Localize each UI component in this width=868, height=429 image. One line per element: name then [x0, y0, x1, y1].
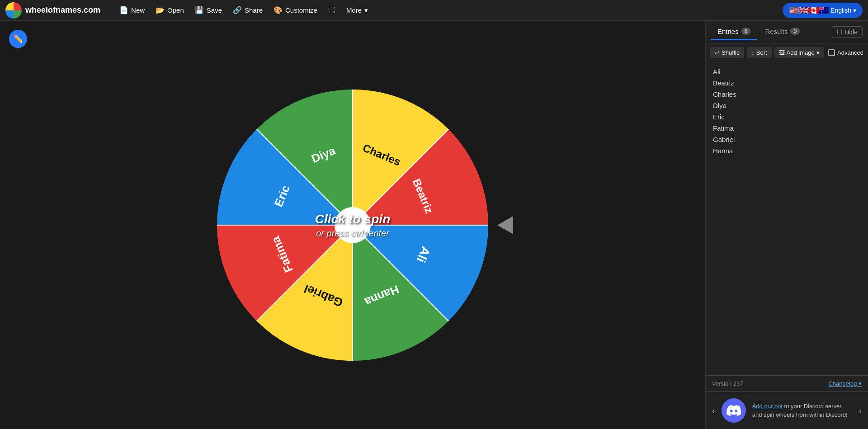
entries-count-badge: 8 — [741, 28, 751, 35]
discord-next-button[interactable]: › — [859, 405, 862, 416]
flag-icons: 🇺🇸🇬🇧🇨🇦🇦🇺 — [789, 5, 829, 15]
advanced-checkbox-label[interactable]: Advanced — [828, 49, 863, 56]
advanced-checkbox[interactable] — [828, 49, 835, 56]
open-button[interactable]: 📂 Open — [150, 3, 189, 17]
sort-button[interactable]: ↕ Sort — [747, 47, 771, 58]
more-button[interactable]: More ▾ — [341, 4, 373, 17]
discord-bot-link[interactable]: Add our bot — [752, 403, 783, 410]
sort-icon: ↕ — [751, 49, 755, 56]
fullscreen-icon: ⛶ — [328, 6, 335, 14]
lang-label: English — [830, 7, 851, 14]
top-navigation: wheelofnames.com 📄 New 📂 Open 💾 Save 🔗 S… — [0, 0, 868, 21]
entries-list: AliBeatrizCharlesDiyaEricFatimaGabrielHa… — [706, 62, 868, 375]
share-button[interactable]: 🔗 Share — [227, 3, 268, 17]
site-name: wheelofnames.com — [25, 5, 100, 15]
new-label: New — [131, 6, 145, 14]
add-image-button[interactable]: 🖼 Add image ▾ — [774, 47, 824, 58]
wheel-arrow — [497, 216, 513, 234]
results-count-badge: 0 — [790, 28, 800, 35]
save-label: Save — [207, 6, 222, 14]
discord-section: ‹ Add our bot to your Discord server and… — [706, 391, 868, 429]
wheel-container[interactable]: Ali Hanna Gabriel Fatima Eric Diya Charl… — [206, 78, 500, 372]
more-chevron-icon: ▾ — [364, 6, 368, 14]
shuffle-icon: ⇌ — [715, 49, 720, 56]
discord-description: Add our bot to your Discord server and s… — [752, 402, 853, 420]
new-button[interactable]: 📄 New — [114, 3, 150, 17]
customize-label: Customize — [285, 6, 317, 14]
version-row: Version 237 Changelog ▾ — [712, 380, 862, 387]
list-item[interactable]: Ali — [706, 66, 868, 77]
fullscreen-button[interactable]: ⛶ — [323, 4, 341, 17]
open-label: Open — [167, 6, 184, 14]
tab-entries[interactable]: Entries 8 — [711, 24, 757, 40]
sort-label: Sort — [756, 49, 767, 56]
discord-logo — [722, 398, 746, 423]
add-image-icon: 🖼 — [779, 49, 785, 56]
shuffle-button[interactable]: ⇌ Shuffle — [710, 47, 744, 58]
customize-button[interactable]: 🎨 Customize — [268, 3, 323, 17]
site-logo — [5, 2, 22, 19]
advanced-label: Advanced — [837, 49, 863, 56]
add-image-label: Add image — [787, 49, 815, 56]
right-panel: Entries 8 Results 0 ☐ Hide ⇌ Shuffle ↕ S… — [705, 21, 868, 429]
language-selector[interactable]: 🇺🇸🇬🇧🇨🇦🇦🇺 English ▾ — [783, 3, 863, 18]
list-item[interactable]: Beatriz — [706, 77, 868, 89]
list-item[interactable]: Fatima — [706, 123, 868, 134]
version-label: Version 237 — [712, 380, 743, 387]
save-button[interactable]: 💾 Save — [189, 3, 227, 17]
edit-button[interactable]: ✏️ — [9, 30, 27, 48]
share-label: Share — [245, 6, 263, 14]
list-item[interactable]: Charles — [706, 89, 868, 100]
save-icon: 💾 — [195, 6, 204, 14]
list-item[interactable]: Eric — [706, 111, 868, 123]
changelog-dropdown-icon: ▾ — [859, 380, 862, 387]
list-item[interactable]: Hanna — [706, 145, 868, 156]
list-item[interactable]: Gabriel — [706, 134, 868, 145]
hide-checkbox-icon: ☐ — [837, 28, 843, 36]
wheel-area[interactable]: ✏️ — [0, 21, 705, 429]
new-icon: 📄 — [119, 6, 128, 14]
wheel-center[interactable] — [335, 207, 371, 243]
open-icon: 📂 — [156, 6, 165, 14]
panel-tabs: Entries 8 Results 0 ☐ Hide — [706, 21, 868, 43]
hide-label: Hide — [844, 28, 858, 36]
share-icon: 🔗 — [233, 6, 242, 14]
panel-toolbar: ⇌ Shuffle ↕ Sort 🖼 Add image ▾ Advanced — [706, 43, 868, 62]
changelog-link[interactable]: Changelog ▾ — [828, 380, 862, 387]
panel-footer: Version 237 Changelog ▾ — [706, 375, 868, 391]
hide-button[interactable]: ☐ Hide — [832, 26, 863, 38]
results-tab-label: Results — [765, 28, 788, 35]
main-layout: ✏️ — [0, 21, 868, 429]
add-image-dropdown-icon: ▾ — [816, 49, 820, 56]
list-item[interactable]: Diya — [706, 100, 868, 111]
entries-tab-label: Entries — [717, 28, 739, 35]
discord-prev-button[interactable]: ‹ — [712, 405, 715, 416]
discord-icon — [726, 405, 741, 416]
shuffle-label: Shuffle — [722, 49, 740, 56]
tab-results[interactable]: Results 0 — [759, 24, 806, 40]
lang-dropdown-icon: ▾ — [853, 7, 856, 14]
more-label: More — [346, 6, 362, 14]
customize-icon: 🎨 — [274, 6, 283, 14]
